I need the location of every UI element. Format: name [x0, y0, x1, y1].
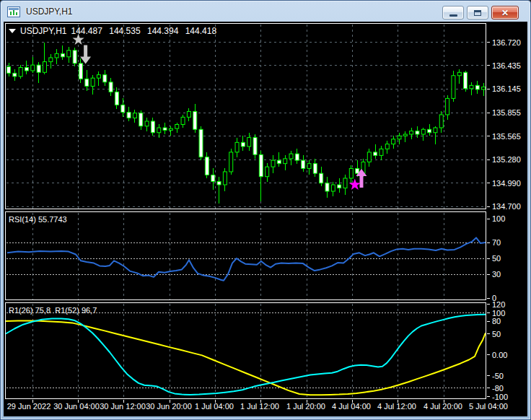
main-chart-panel[interactable] [5, 23, 488, 210]
restore-button[interactable] [467, 6, 488, 19]
window-title: USDJPY,H1 [26, 6, 72, 17]
minimize-button[interactable] [442, 6, 464, 19]
chart-client-area [4, 22, 527, 416]
restore-icon [474, 10, 481, 16]
chart-icon[interactable] [7, 6, 20, 17]
rsi-indicator-label: RSI(14) 55.7743 [9, 215, 67, 224]
header-open: 144.487 [71, 26, 102, 36]
rsi-panel[interactable] [5, 211, 488, 300]
r1-indicator-label: R1(26) 75,8 R1(52) 96,7 [9, 306, 97, 315]
header-ohlc: 144.487 144.535 144.394 144.418 [71, 26, 221, 36]
r1-panel[interactable] [5, 302, 488, 399]
price-axis[interactable] [487, 22, 527, 399]
mt4-chart-window: USDJPY,H1 ✕ 136.720136.435136.145135.855… [0, 0, 531, 420]
close-icon: ✕ [501, 9, 509, 17]
window-titlebar[interactable]: USDJPY,H1 ✕ [1, 1, 530, 22]
chart-ohlc-header: USDJPY,H1 144.487 144.535 144.394 144.41… [9, 26, 221, 36]
header-high: 144.535 [109, 26, 140, 36]
time-axis[interactable] [4, 399, 527, 416]
minimize-icon [449, 14, 457, 17]
header-symbol: USDJPY,H1 [20, 26, 66, 36]
header-close: 144.418 [185, 26, 216, 36]
close-button[interactable]: ✕ [491, 6, 519, 19]
header-low: 144.394 [147, 26, 178, 36]
symbol-dropdown-icon[interactable] [9, 29, 16, 33]
